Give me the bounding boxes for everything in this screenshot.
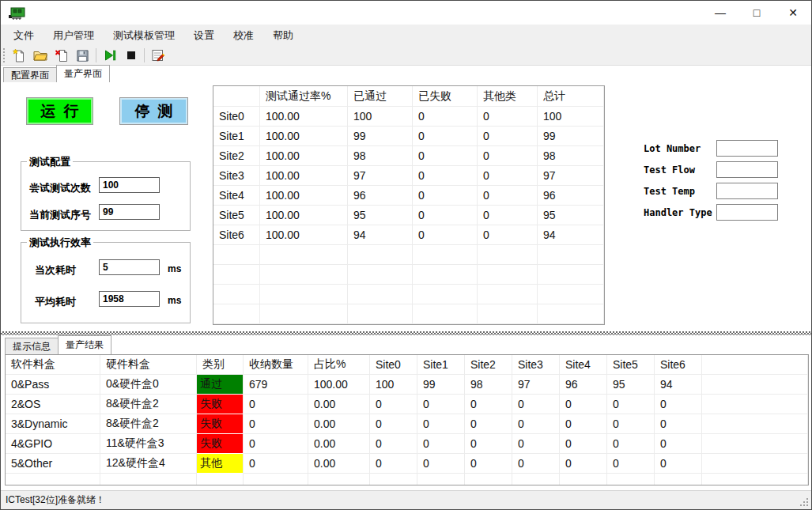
percent-cell: 0.00 [308,414,370,434]
average-time-input[interactable] [99,291,160,307]
tab-message-info[interactable]: 提示信息 [5,338,59,354]
menu-user-management[interactable]: 用户管理 [43,25,104,46]
run-toolbar-button[interactable] [99,47,120,64]
site-row-label: Site4 [213,186,260,206]
result-table-empty-cell [308,474,370,485]
run-button[interactable]: 运行 [26,97,93,125]
site-count-cell: 0 [465,414,512,434]
category-badge: 失败 [197,395,244,414]
tab-config-ui[interactable]: 配置界面 [3,67,57,82]
site-table-empty-cell [213,265,260,285]
site-table-cell: 0 [413,146,478,166]
new-file-button[interactable] [8,47,29,64]
current-index-label: 当前测试序号 [29,208,91,222]
horizontal-splitter[interactable] [1,331,811,335]
tab-production-ui[interactable]: 量产界面 [56,65,110,82]
software-bin-cell: 4&GPIO [6,434,100,454]
current-index-input[interactable] [99,204,160,220]
result-table-header-cell: Site6 [655,355,702,375]
menu-test-template-management[interactable]: 测试模板管理 [104,25,184,46]
site-table-cell: 0 [478,146,538,166]
site-count-cell: 100 [370,375,417,395]
test-temp-input[interactable] [716,183,778,199]
site-count-cell: 99 [417,375,465,395]
category-badge: 其他 [197,454,244,474]
menu-calibration[interactable]: 校准 [224,25,263,46]
site-count-cell: 0 [465,395,512,414]
result-table-empty-cell [560,474,607,485]
stop-button[interactable]: 停测 [119,97,188,125]
result-table-empty-cell [370,474,417,485]
site-table-empty-cell [260,265,348,285]
site-table-cell: 0 [478,206,538,225]
lot-number-input[interactable] [716,140,778,157]
percent-cell: 100.00 [308,375,370,395]
site-table-empty-cell [260,285,348,304]
site-table-empty-cell [413,245,478,265]
site-table-cell: 94 [348,225,413,245]
menu-file[interactable]: 文件 [4,25,43,46]
handler-type-input[interactable] [716,204,778,221]
new-file-icon [12,48,26,62]
edit-form-icon [151,48,165,62]
attempt-count-input[interactable] [99,177,160,193]
result-table-empty-cell [244,474,308,485]
site-count-cell: 97 [512,375,560,395]
site-table-cell: 0 [413,186,478,206]
count-cell: 0 [244,414,308,434]
result-table-header-cell: Site1 [417,355,465,375]
lot-fields: Lot NumberTest FlowTest TempHandler Type [644,140,778,225]
result-table-empty-cell [465,474,512,485]
menu-settings[interactable]: 设置 [184,25,224,46]
site-count-cell: 0 [607,414,655,434]
site-table-empty-cell [413,285,478,304]
site-table-cell: 0 [413,127,478,146]
average-time-unit: ms [168,295,181,306]
software-bin-cell: 3&Dynamic [6,414,100,434]
tab-production-result[interactable]: 量产结果 [58,335,111,354]
percent-cell: 0.00 [308,434,370,454]
edit-button[interactable] [147,47,168,64]
software-bin-cell: 0&Pass [6,375,100,395]
main-tab-strip: 配置界面量产界面 [3,66,109,82]
percent-cell: 0.00 [308,395,370,414]
save-button[interactable] [72,47,93,64]
maximize-icon[interactable]: □ [738,1,775,25]
test-flow-input[interactable] [716,161,778,178]
row-filler-cell [702,434,808,454]
delete-file-button[interactable] [51,47,72,64]
site-table-empty-cell [478,304,538,324]
site-table-header-cell: 总计 [538,86,604,107]
result-table-empty-cell [512,474,560,485]
site-row-label: Site5 [213,206,260,225]
row-filler-cell [702,414,808,434]
hardware-bin-cell: 12&硬件盒4 [100,454,197,474]
close-icon[interactable]: ✕ [775,1,811,25]
site-count-cell: 0 [607,395,655,414]
site-count-cell: 0 [465,454,512,474]
minimize-icon[interactable]: — [702,1,738,25]
site-row-label: Site6 [213,225,260,245]
menu-help[interactable]: 帮助 [263,25,303,46]
site-table-empty-cell [478,245,538,265]
result-table-empty-cell [417,474,465,485]
current-time-input[interactable] [99,259,160,275]
site-table-cell: 100.00 [260,127,348,146]
toolbar-gripper[interactable] [3,48,5,62]
attempt-count-label: 尝试测试次数 [29,181,91,195]
count-cell: 679 [244,375,308,395]
count-cell: 0 [244,454,308,474]
stop-toolbar-button[interactable] [120,47,142,64]
stop-icon [124,48,138,62]
status-text: ICTest[32位]准备就绪！ [6,493,105,507]
result-table-empty-cell [197,474,244,485]
result-table-header-cell: 软件料盒 [6,355,100,375]
toolbar [1,46,811,66]
open-file-button[interactable] [29,47,51,64]
site-count-cell: 0 [512,414,560,434]
test-config-groupbox: 测试配置 尝试测试次数 当前测试序号 [21,161,191,231]
toolbar-separator [144,48,145,62]
resize-grip-icon[interactable] [799,497,810,508]
site-table-empty-cell [538,304,604,324]
site-table-cell: 0 [413,206,478,225]
